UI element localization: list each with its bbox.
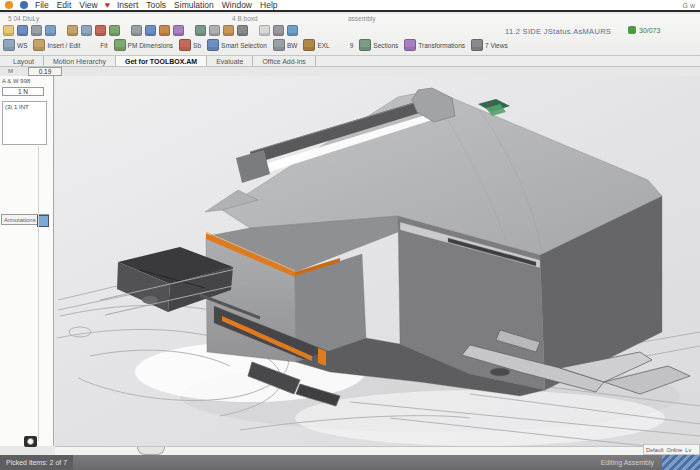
document-name-label: 11.2 SIDE JStatus.AsMAURS — [505, 27, 611, 36]
doc-row-marker: M — [8, 68, 13, 74]
toolbar-icon[interactable] — [17, 25, 28, 36]
command-toolbar: WS Insert / Edit Fit PM Dimensions Sb — [3, 39, 508, 51]
command-label: WS — [17, 42, 27, 49]
graphics-viewport[interactable] — [55, 76, 700, 446]
command-label: Transformations — [418, 42, 465, 49]
toolbar-icon[interactable] — [45, 25, 56, 36]
menu-item[interactable]: Insert — [117, 0, 138, 10]
bottom-strip-labels: DefaultOnlineLv — [646, 447, 691, 453]
command-button[interactable]: 9 — [336, 39, 354, 51]
command-icon — [404, 39, 416, 51]
panel-dropdown[interactable]: Annotations — [1, 214, 49, 225]
bottom-mini-strip: DefaultOnlineLv — [643, 444, 700, 455]
feature-tree-list[interactable]: (3) 1 INT — [2, 101, 47, 145]
command-label: EXL — [317, 42, 329, 49]
panel-dropdown-label: Annotations — [4, 217, 36, 223]
command-tab[interactable]: Get for TOOLBOX.AM — [116, 56, 207, 66]
menu-item[interactable]: View — [79, 0, 97, 10]
panel-divider — [38, 146, 39, 441]
horizontal-scrollbar[interactable] — [55, 446, 643, 455]
toolbar-icon[interactable] — [195, 25, 206, 36]
toolbar-group-caption: 4 B boxd — [232, 15, 258, 22]
toolbar-icon[interactable] — [109, 25, 120, 36]
command-icon — [114, 39, 126, 51]
menu-item[interactable]: Edit — [57, 0, 72, 10]
toolbar-icon[interactable] — [95, 25, 106, 36]
bottom-strip-label[interactable]: Lv — [685, 447, 691, 453]
command-icon — [273, 39, 285, 51]
resize-grip-icon[interactable] — [662, 455, 700, 470]
command-button[interactable]: EXL — [303, 39, 329, 51]
menu-items-left: FileEditView — [35, 0, 98, 10]
command-button[interactable]: Smart Selection — [207, 39, 267, 51]
menu-items-right: InsertToolsSimulationWindowHelp — [117, 0, 278, 10]
window-corner-icons[interactable]: G w — [683, 2, 695, 9]
toolbar-icon[interactable] — [81, 25, 92, 36]
app-logo-secondary-icon — [20, 1, 28, 9]
toolbar-icon[interactable] — [223, 25, 234, 36]
menu-bar: FileEditView ♥ InsertToolsSimulationWind… — [0, 0, 700, 12]
command-button[interactable]: Sb — [179, 39, 201, 51]
app-logo-icon — [5, 1, 13, 9]
favorites-heart-icon[interactable]: ♥ — [105, 1, 110, 9]
toolbar-icon[interactable] — [287, 25, 298, 36]
command-tab-bar: LayoutMotion HierarchyGet for TOOLBOX.AM… — [0, 56, 700, 67]
toolbar-icon[interactable] — [209, 25, 220, 36]
command-tab[interactable]: Motion Hierarchy — [44, 56, 116, 66]
command-label: Fit — [100, 42, 107, 49]
menu-item[interactable]: Tools — [146, 0, 166, 10]
assembly-model-canvas[interactable] — [55, 76, 700, 446]
menu-item[interactable]: Help — [260, 0, 277, 10]
command-label: Sections — [373, 42, 398, 49]
toolbar-icon[interactable] — [173, 25, 184, 36]
sync-status-badge[interactable]: 30/073 — [628, 26, 660, 34]
command-icon — [179, 39, 191, 51]
cad-application-window: FileEditView ♥ InsertToolsSimulationWind… — [0, 0, 700, 470]
command-button[interactable]: PM Dimensions — [114, 39, 174, 51]
command-label: Sb — [193, 42, 201, 49]
command-icon — [3, 39, 15, 51]
command-tab[interactable]: Evaluate — [207, 56, 253, 66]
toolbar-group-caption: 5 04 DtuLy — [8, 15, 39, 22]
status-right-text: Editing Assembly — [601, 459, 654, 466]
panel-search-input[interactable]: 1 N — [2, 87, 44, 96]
camera-view-icon[interactable] — [24, 436, 37, 447]
command-tabs: LayoutMotion HierarchyGet for TOOLBOX.AM… — [4, 56, 316, 66]
command-label: PM Dimensions — [128, 42, 174, 49]
command-button[interactable]: Insert / Edit — [33, 39, 80, 51]
toolbar-icon[interactable] — [159, 25, 170, 36]
toolbar-icon[interactable] — [237, 25, 248, 36]
toolbar-icon[interactable] — [131, 25, 142, 36]
bottom-strip-label[interactable]: Default — [646, 447, 663, 453]
standard-toolbar — [3, 24, 298, 37]
toolbar-icon[interactable] — [3, 25, 14, 36]
panel-header: A & W 998 — [2, 78, 30, 84]
feature-tree-panel: A & W 998 1 N (3) 1 INT Annotations — [0, 76, 54, 446]
tree-item[interactable]: (3) 1 INT — [5, 104, 44, 110]
command-button[interactable]: Sections — [359, 39, 398, 51]
menu-item[interactable]: Simulation — [174, 0, 214, 10]
command-button[interactable]: Fit — [86, 39, 107, 51]
command-label: 7 Views — [485, 42, 508, 49]
command-button[interactable]: 7 Views — [471, 39, 508, 51]
toolbar-icon[interactable] — [145, 25, 156, 36]
document-tab[interactable]: 0.19 — [28, 67, 62, 76]
command-button[interactable]: BW — [273, 39, 297, 51]
menu-item[interactable]: File — [35, 0, 49, 10]
command-label: 9 — [350, 42, 354, 49]
toolbar-icon[interactable] — [31, 25, 42, 36]
status-bar: Picked items: 2 of 7 Editing Assembly — [0, 455, 700, 470]
command-label: BW — [287, 42, 297, 49]
toolbar-icon[interactable] — [259, 25, 270, 36]
toolbar-icon[interactable] — [273, 25, 284, 36]
command-tab[interactable]: Layout — [4, 56, 44, 66]
camera-lens-icon — [27, 438, 34, 445]
command-button[interactable]: Transformations — [404, 39, 465, 51]
command-tab[interactable]: Office Add-ins — [253, 56, 315, 66]
bottom-strip-label[interactable]: Online — [666, 447, 682, 453]
document-tab-row: M 0.19 — [0, 67, 700, 76]
command-button[interactable]: WS — [3, 39, 27, 51]
scrollbar-notch[interactable] — [137, 447, 165, 455]
toolbar-icon[interactable] — [67, 25, 78, 36]
menu-item[interactable]: Window — [222, 0, 252, 10]
